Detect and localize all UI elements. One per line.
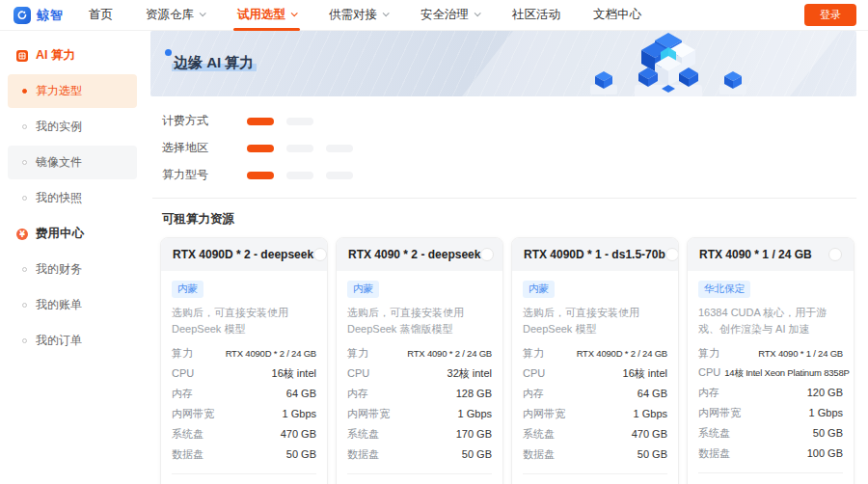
select-radio[interactable] (828, 248, 842, 261)
resource-card[interactable]: RTX 4090D * 1 - ds1.5-70b 内蒙 选购后，可直接安装使用… (511, 237, 679, 484)
sidebar-item-label: 我的快照 (36, 190, 82, 206)
region-tag: 内蒙 (523, 281, 555, 298)
filter-chip[interactable] (247, 145, 274, 152)
spec-row: 数据盘 100 GB (698, 444, 843, 464)
spec-row: 算力 RTX 4090 * 2 / 24 GB (347, 343, 492, 363)
spec-label: 算力 (698, 346, 719, 361)
main-content: 边缘 AI 算力 (145, 31, 868, 484)
nav-item-supply-demand[interactable]: 供需对接 (329, 0, 388, 31)
select-radio[interactable] (480, 248, 494, 261)
spec-value: RTX 4090D * 2 / 24 GB (197, 348, 316, 359)
sidebar-item-my-finance[interactable]: 我的财务 (8, 253, 137, 286)
filter-chip[interactable] (286, 145, 313, 152)
filter-label: 算力型号 (162, 167, 222, 183)
chip-icon (15, 49, 29, 63)
spec-row: 内网带宽 1 Gbps (347, 404, 492, 424)
spec-value: 50 GB (558, 448, 667, 460)
spec-label: 内存 (698, 386, 719, 400)
spec-label: 数据盘 (698, 446, 730, 461)
spec-list: 算力 RTX 4090 * 1 / 24 GB CPU 14核 Intel Xe… (698, 343, 843, 464)
nav-item-label: 安全治理 (420, 7, 469, 23)
nav-item-community[interactable]: 社区活动 (512, 0, 560, 31)
resource-card[interactable]: RTX 4090 * 1 / 24 GB 华北保定 16384 CUDA 核心，… (687, 237, 854, 484)
spec-label: 内网带宽 (172, 407, 214, 421)
filter-chip[interactable] (326, 145, 353, 152)
nav-item-label: 文档中心 (593, 7, 641, 23)
top-navbar: 鲸智 首页 资源仓库 试用选型 供需对接 安全治理 社区活动 文档中心 登录 (0, 0, 868, 31)
spec-value: 120 GB (723, 387, 843, 398)
nav-item-resource-repo[interactable]: 资源仓库 (146, 0, 204, 31)
sidebar-item-my-orders[interactable]: 我的订单 (8, 324, 137, 358)
spec-row: 系统盘 470 GB (523, 424, 667, 444)
spec-label: 内网带宽 (347, 407, 390, 421)
price-row: ¥1289.00/月 (347, 473, 492, 484)
brand-name: 鲸智 (37, 7, 64, 24)
sidebar-item-my-bills[interactable]: 我的账单 (8, 288, 137, 322)
card-description: 选购后，可直接安装使用 DeepSeek 模型 (172, 305, 316, 336)
filter-chip[interactable] (286, 172, 313, 179)
select-radio[interactable] (313, 248, 327, 261)
filter-chip[interactable] (247, 172, 274, 179)
chevron-down-icon (475, 10, 481, 16)
filter-options (247, 118, 313, 125)
spec-row: 内存 128 GB (347, 384, 492, 404)
card-body: 内蒙 选购后，可直接安装使用 DeepSeek 模型 算力 RTX 4090D … (161, 271, 327, 484)
spec-value: 50 GB (207, 448, 316, 460)
spec-label: 算力 (172, 346, 193, 361)
sidebar-item-label: 我的账单 (36, 297, 82, 313)
spec-label: CPU (698, 366, 720, 378)
sidebar-section-ai-compute[interactable]: AI 算力 (8, 39, 137, 72)
sidebar-item-my-snapshots[interactable]: 我的快照 (8, 181, 137, 215)
spec-row: CPU 14核 Intel Xeon Platinum 8358P (698, 363, 843, 383)
card-header: RTX 4090 * 1 / 24 GB (688, 238, 854, 271)
card-description: 选购后，可直接安装使用 DeepSeek 蒸馏版模型 (347, 305, 492, 336)
sidebar-item-image-files[interactable]: 镜像文件 (8, 146, 137, 179)
spec-value: 14核 Intel Xeon Platinum 8358P (724, 367, 849, 380)
filter-chip[interactable] (286, 118, 313, 125)
nav-item-trial-selection[interactable]: 试用选型 (237, 0, 296, 31)
spec-list: 算力 RTX 4090D * 2 / 24 GB CPU 16核 intel 内… (172, 343, 316, 465)
spec-label: CPU (172, 367, 194, 379)
region-tag: 内蒙 (347, 281, 379, 298)
login-button[interactable]: 登录 (804, 4, 856, 26)
chevron-down-icon (291, 10, 298, 16)
resource-card[interactable]: RTX 4090 * 2 - deepseek 内蒙 选购后，可直接安装使用 D… (336, 237, 503, 484)
filter-options (247, 172, 353, 179)
spec-label: 数据盘 (347, 447, 379, 462)
page-title: 边缘 AI 算力 (172, 54, 257, 72)
sidebar-item-compute-selection[interactable]: 算力选型 (8, 74, 137, 108)
spec-value: 32核 intel (373, 366, 492, 381)
card-title: RTX 4090 * 1 / 24 GB (699, 248, 812, 261)
spec-label: 数据盘 (523, 447, 555, 462)
spec-row: 内存 120 GB (698, 383, 843, 403)
spec-value: 470 GB (558, 428, 667, 440)
nav-item-security-governance[interactable]: 安全治理 (420, 0, 479, 31)
filter-label: 选择地区 (162, 140, 222, 156)
filter-chip[interactable] (247, 118, 274, 125)
sidebar-item-my-instances[interactable]: 我的实例 (8, 110, 137, 144)
brand-logo[interactable]: 鲸智 (14, 7, 64, 24)
nav-item-docs[interactable]: 文档中心 (593, 0, 641, 31)
resource-card[interactable]: RTX 4090D * 2 - deepseek 内蒙 选购后，可直接安装使用 … (160, 237, 328, 484)
spec-label: 内存 (347, 387, 368, 401)
sidebar-item-label: 我的订单 (36, 333, 82, 349)
card-description: 16384 CUDA 核心，用于游戏、创作渲染与 AI 加速 (698, 305, 843, 336)
sidebar-section-billing-center[interactable]: ¥ 费用中心 (8, 217, 137, 251)
select-radio[interactable] (665, 248, 679, 261)
spec-row: CPU 16核 intel (523, 363, 667, 384)
spec-value: 64 GB (548, 388, 667, 399)
nav-item-home[interactable]: 首页 (89, 0, 113, 31)
main-nav: 首页 资源仓库 试用选型 供需对接 安全治理 社区活动 文档中心 (89, 0, 641, 31)
filter-panel: 计费方式 选择地区 算力型号 (150, 96, 856, 183)
filter-options (247, 145, 353, 152)
nav-item-label: 供需对接 (329, 7, 377, 23)
spec-row: 系统盘 470 GB (172, 424, 316, 444)
spec-value: 170 GB (383, 428, 492, 440)
spec-value: RTX 4090 * 1 / 24 GB (723, 348, 843, 359)
filter-chip[interactable] (326, 172, 353, 179)
bullet-dot-icon (22, 196, 27, 201)
spec-row: 算力 RTX 4090D * 2 / 24 GB (523, 343, 667, 363)
sidebar-section-label: AI 算力 (36, 47, 75, 64)
filter-label: 计费方式 (162, 113, 222, 129)
bullet-dot-icon (22, 89, 27, 94)
